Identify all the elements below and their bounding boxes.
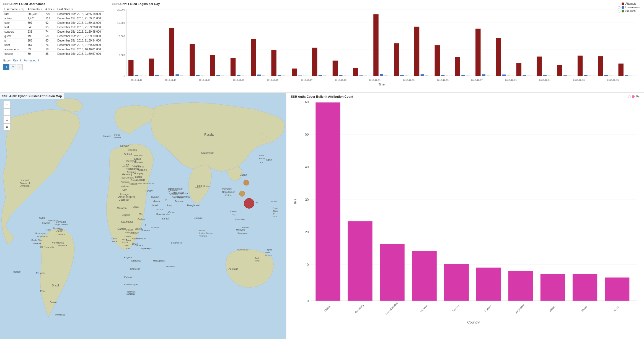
export-raw-link[interactable]: Raw ⬇ <box>13 59 21 62</box>
svg-text:China: China <box>324 305 331 312</box>
bar-usernames <box>257 74 261 76</box>
svg-text:Kazakhstan: Kazakhstan <box>201 151 214 154</box>
cell-ips: 58 <box>44 34 56 38</box>
svg-text:60: 60 <box>305 100 309 104</box>
svg-text:Haiti: Haiti <box>46 229 51 231</box>
col-username[interactable]: Username ⇅ 🔍 <box>3 7 27 12</box>
cell-username: test <box>3 25 27 30</box>
svg-text:East: East <box>255 257 259 259</box>
cell-lastseen: December 15th 2016, 21:59:48.000 <box>56 30 104 34</box>
svg-text:Estonia: Estonia <box>134 154 143 157</box>
cell-username: ubnt <box>3 43 27 47</box>
svg-text:Andorra: Andorra <box>121 181 130 183</box>
svg-text:Algeria: Algeria <box>122 214 130 216</box>
bar-usernames <box>155 75 159 76</box>
cell-ips: 62 <box>44 21 56 25</box>
world-map-svg: United States of America Brazil Africa (… <box>0 93 286 339</box>
svg-text:Cyprus: Cyprus <box>151 196 159 198</box>
svg-text:Timor: Timor <box>255 260 260 262</box>
svg-text:Ecuador: Ecuador <box>36 272 45 275</box>
col-ips[interactable]: # IPs ⇅ <box>44 7 56 12</box>
bar-sources <box>425 76 428 76</box>
svg-text:Russia: Russia <box>484 304 492 313</box>
cell-attempts: 167 <box>27 43 44 47</box>
cell-username: user <box>3 21 27 25</box>
svg-text:Costa Rica: Costa Rica <box>31 239 42 241</box>
cell-username: guest <box>3 34 27 38</box>
legend-ips-icon: ◯ <box>628 95 631 98</box>
bar-sources <box>384 76 387 76</box>
bar-usernames <box>625 75 628 76</box>
svg-text:Bulgaria: Bulgaria <box>136 178 145 181</box>
svg-text:Micr...: Micr... <box>273 215 278 218</box>
svg-text:Aruba: Aruba <box>57 229 63 231</box>
legend-attempts-label: Attempts <box>625 2 636 5</box>
bar-attempts <box>353 68 358 76</box>
map-reset-button[interactable]: ⊡ <box>3 116 11 123</box>
cell-ips: 35 <box>44 52 56 56</box>
bar-usernames <box>584 75 588 76</box>
table-row: admin 1,471 112 December 15th 2016, 21:5… <box>3 16 104 21</box>
svg-text:Jordan: Jordan <box>155 208 163 211</box>
page-1-button[interactable]: 1 <box>3 64 9 70</box>
bar-usernames <box>523 75 526 76</box>
svg-text:Peru: Peru <box>40 290 45 293</box>
zoom-out-button[interactable]: − <box>3 108 11 116</box>
svg-text:Entrea: Entrea <box>135 227 142 230</box>
svg-text:Mauritania: Mauritania <box>121 221 133 223</box>
svg-text:5,000: 5,000 <box>119 54 125 56</box>
svg-text:20,000: 20,000 <box>117 8 125 11</box>
svg-text:Seychelles: Seychelles <box>171 242 182 244</box>
x-tick-label: 2016-12-11 <box>539 79 551 81</box>
attr-legend: ◯ IPs <box>628 95 640 99</box>
svg-text:Time: Time <box>379 83 385 86</box>
svg-text:Malawi: Malawi <box>124 276 132 279</box>
cell-ips: 63 <box>44 38 56 43</box>
bar-china <box>315 102 340 301</box>
bar-attempts <box>618 64 623 76</box>
cell-lastseen: December 15th 2016, 16:46:01.000 <box>56 47 104 52</box>
svg-text:Indian Ocean: Indian Ocean <box>199 232 213 234</box>
svg-text:PH: PH <box>255 201 258 204</box>
attr-chart-svg: 60 50 40 30 20 10 0 IPs Country <box>291 99 640 326</box>
bar-usernames <box>298 76 302 76</box>
table-row: pi 188 63 December 15th 2016, 21:59:34.0… <box>3 38 104 43</box>
svg-text:0: 0 <box>307 299 309 303</box>
svg-text:Cayman: Cayman <box>42 222 50 224</box>
x-tick-label: 2016-12-07 <box>471 79 483 81</box>
page-2-button[interactable]: 2 <box>10 64 16 70</box>
vietnam-dot <box>239 191 245 196</box>
svg-text:Laos: Laos <box>232 210 237 213</box>
bar-attempts <box>414 27 419 76</box>
map-fullscreen-button[interactable]: ■ <box>3 123 11 131</box>
svg-text:Guinea: Guinea <box>126 229 133 231</box>
svg-text:Cyp...: Cyp... <box>167 190 173 193</box>
export-formatted-link[interactable]: Formatted ⬇ <box>24 59 39 62</box>
page-next-button[interactable]: › <box>17 64 23 70</box>
svg-text:Lebanon: Lebanon <box>151 200 161 203</box>
svg-text:Bahrain: Bahrain <box>162 217 170 220</box>
svg-text:Kyrgyzstan: Kyrgyzstan <box>177 196 190 198</box>
svg-text:40: 40 <box>305 165 309 169</box>
col-lastseen[interactable]: Last Seen ⇅ <box>56 7 104 12</box>
svg-text:KR: KR <box>260 161 263 164</box>
zoom-in-button[interactable]: + <box>3 101 11 108</box>
cell-ips: 112 <box>44 16 56 21</box>
svg-text:Bolivia: Bolivia <box>50 301 57 304</box>
cell-ips: 74 <box>44 30 56 34</box>
map-controls: + − ⊡ ■ <box>3 101 11 131</box>
svg-text:Hungary: Hungary <box>134 172 144 175</box>
x-tick-label: 2016-12-13 <box>573 79 585 81</box>
cell-attempts: 340 <box>27 25 44 30</box>
svg-text:Portugal: Portugal <box>120 193 129 196</box>
svg-text:Ukraine: Ukraine <box>419 304 428 313</box>
bar-sources <box>405 76 407 76</box>
bar-usernames <box>482 74 485 76</box>
cell-attempts: 80 <box>27 52 44 56</box>
bar-chart-container: 20,000 15,000 10,000 5,000 0 Time 2016-1… <box>112 7 640 87</box>
svg-text:Vatican: Vatican <box>120 185 128 188</box>
svg-text:Belarus: Belarus <box>136 165 144 168</box>
col-attempts[interactable]: Attempts ⇅ <box>27 7 44 12</box>
svg-text:China: China <box>225 194 232 197</box>
bar-sources <box>201 76 203 76</box>
